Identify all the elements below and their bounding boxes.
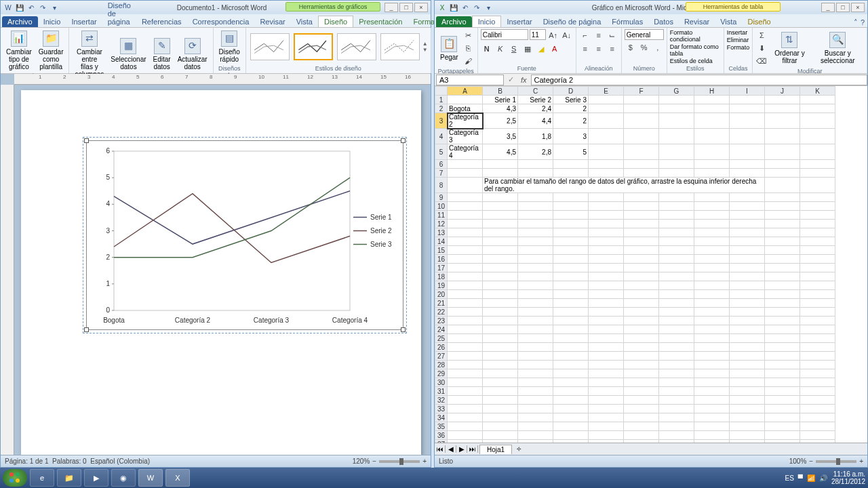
start-button[interactable] <box>3 469 27 487</box>
sheet-tab-hoja1[interactable]: Hoja1 <box>479 445 512 454</box>
redo-icon[interactable]: ↷ <box>38 3 47 12</box>
select-data-button[interactable]: ▦Seleccionar datos <box>108 37 149 72</box>
tab-diseno[interactable]: Diseño <box>742 16 776 27</box>
tab-revisar[interactable]: Revisar <box>679 16 715 27</box>
font-family-combo[interactable]: Calibri <box>481 29 528 40</box>
tab-vista[interactable]: Vista <box>715 16 742 27</box>
new-sheet-icon[interactable]: ✧ <box>512 445 526 453</box>
grow-font-icon[interactable]: A↑ <box>547 29 559 41</box>
zoom-out-button[interactable]: − <box>372 458 376 465</box>
format-cells-button[interactable]: Formato <box>727 44 750 51</box>
tab-archivo[interactable]: Archivo <box>436 16 472 27</box>
fx-icon[interactable]: fx <box>517 76 531 84</box>
tray-flag-icon[interactable]: ▀ <box>798 474 803 482</box>
tab-referencias[interactable]: Referencias <box>136 16 187 27</box>
undo-icon[interactable]: ↶ <box>26 3 36 12</box>
page-status[interactable]: Página: 1 de 1 <box>5 458 49 465</box>
refresh-data-button[interactable]: ⟳Actualizar datos <box>175 37 210 72</box>
formula-bar[interactable]: Categoría 2 <box>531 75 867 85</box>
align-middle-icon[interactable]: ≡ <box>593 29 605 41</box>
fill-color-icon[interactable]: ◢ <box>535 43 547 55</box>
tab-datos[interactable]: Datos <box>648 16 679 27</box>
format-as-table-button[interactable]: Dar formato como tabla <box>670 43 721 57</box>
resize-handle-se[interactable] <box>401 327 406 332</box>
conditional-format-button[interactable]: Formato condicional <box>670 29 721 43</box>
sheet-nav-prev-icon[interactable]: ◀ <box>446 445 456 453</box>
tab-presentacion[interactable]: Presentación <box>353 16 408 27</box>
percent-icon[interactable]: % <box>638 41 650 54</box>
tray-lang[interactable]: ES <box>785 474 794 482</box>
find-select-button[interactable]: 🔍Buscar y seleccionar <box>812 30 864 66</box>
spreadsheet-grid[interactable]: ABCDEFGHIJK1Serie 1Serie 2Serie 32Bogota… <box>435 86 867 443</box>
number-format-combo[interactable]: General <box>625 29 664 40</box>
paste-button[interactable]: 📋Pegar <box>437 35 461 62</box>
tab-diseno[interactable]: Diseño <box>318 16 353 27</box>
chart-object[interactable]: 0123456BogotaCategoría 2Categoría 3Categ… <box>86 140 403 330</box>
undo-icon[interactable]: ↶ <box>460 3 470 12</box>
align-top-icon[interactable]: ⌐ <box>579 29 591 41</box>
help-icon[interactable]: ? <box>861 18 865 27</box>
qat-more-icon[interactable]: ▾ <box>484 3 493 12</box>
italic-button[interactable]: K <box>494 43 507 55</box>
tab-revisar[interactable]: Revisar <box>254 16 290 27</box>
system-tray[interactable]: ES ▀ 📶 🔊 11:16 a.m. 28/11/2012 <box>785 470 866 485</box>
zoom-level[interactable]: 120% <box>353 458 370 465</box>
tray-volume-icon[interactable]: 🔊 <box>819 474 827 482</box>
tab-inicio[interactable]: Inicio <box>38 16 66 27</box>
bold-button[interactable]: N <box>481 43 493 55</box>
resize-handle-sw[interactable] <box>84 327 89 332</box>
document-page[interactable]: 0123456BogotaCategoría 2Categoría 3Categ… <box>21 90 421 455</box>
tab-archivo[interactable]: Archivo <box>2 16 38 27</box>
maximize-button[interactable]: □ <box>836 3 850 12</box>
redo-icon[interactable]: ↷ <box>472 3 481 12</box>
taskbar-excel-icon[interactable]: X <box>165 469 190 487</box>
zoom-level[interactable]: 100% <box>789 458 807 465</box>
tab-diseno-pagina[interactable]: Diseño de página <box>538 16 607 27</box>
taskbar-chrome-icon[interactable]: ◉ <box>111 469 136 487</box>
tray-time[interactable]: 11:16 a.m. <box>831 470 865 478</box>
chart-style-4[interactable] <box>380 33 420 60</box>
tab-insertar[interactable]: Insertar <box>501 16 537 27</box>
tray-date[interactable]: 28/11/2012 <box>831 478 865 485</box>
underline-button[interactable]: S <box>508 43 520 55</box>
taskbar-word-icon[interactable]: W <box>138 469 163 487</box>
align-left-icon[interactable]: ≡ <box>579 43 591 55</box>
sheet-nav-last-icon[interactable]: ⏭ <box>467 445 478 453</box>
chart-style-3[interactable] <box>337 33 376 60</box>
chart-style-2[interactable] <box>294 33 333 60</box>
fx-cancel-icon[interactable]: ✓ <box>505 75 517 84</box>
sheet-nav-first-icon[interactable]: ⏮ <box>435 445 446 453</box>
align-right-icon[interactable]: ≡ <box>606 43 618 55</box>
save-as-template-button[interactable]: 📁Guardar como plantilla <box>36 29 66 72</box>
cell-styles-button[interactable]: Estilos de celda <box>670 58 713 64</box>
resize-handle-ne[interactable] <box>401 138 406 143</box>
save-icon[interactable]: 💾 <box>15 3 24 12</box>
word-count-status[interactable]: Palabras: 0 <box>52 458 87 465</box>
copy-icon[interactable]: ⎘ <box>462 42 475 54</box>
change-chart-type-button[interactable]: 📊Cambiar tipo de gráfico <box>3 29 35 72</box>
save-icon[interactable]: 💾 <box>449 3 458 12</box>
vertical-ruler[interactable] <box>1 85 14 455</box>
comma-icon[interactable]: , <box>652 41 664 54</box>
chart-styles-more-icon[interactable]: ▲▼ <box>422 41 428 53</box>
zoom-slider[interactable] <box>379 460 420 463</box>
sheet-nav-next-icon[interactable]: ▶ <box>456 445 467 453</box>
close-button[interactable]: × <box>414 3 428 12</box>
tab-diseno-pagina[interactable]: Diseño de página <box>102 0 136 27</box>
currency-icon[interactable]: $ <box>625 41 637 54</box>
chart-style-1[interactable] <box>250 33 290 60</box>
zoom-in-button[interactable]: + <box>859 458 863 465</box>
zoom-slider[interactable] <box>816 460 856 463</box>
tab-correspondencia[interactable]: Correspondencia <box>187 16 255 27</box>
font-color-icon[interactable]: A <box>549 43 561 55</box>
taskbar-explorer-icon[interactable]: 📁 <box>57 469 81 487</box>
taskbar-ie-icon[interactable]: e <box>30 469 54 487</box>
insert-cells-button[interactable]: Insertar <box>727 29 748 36</box>
ribbon-collapse-icon[interactable]: ˄ <box>854 18 858 27</box>
cut-icon[interactable]: ✂ <box>462 29 475 41</box>
font-size-combo[interactable]: 11 <box>530 29 546 40</box>
format-painter-icon[interactable]: 🖌 <box>462 55 475 67</box>
minimize-button[interactable]: _ <box>821 3 835 12</box>
taskbar-media-icon[interactable]: ▶ <box>84 469 108 487</box>
minimize-button[interactable]: _ <box>384 3 398 12</box>
